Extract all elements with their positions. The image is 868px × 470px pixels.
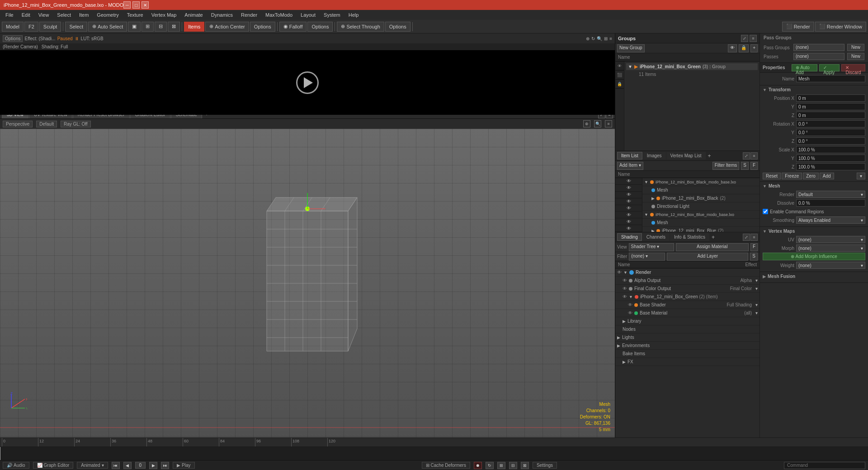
render-btn[interactable]: ⬛ Render [782,22,814,32]
position-y-input[interactable] [796,103,865,110]
menu-maxtomodo[interactable]: MaxToModo [262,11,296,19]
shader-eye-3[interactable]: 👁 [623,294,627,299]
tab-channels[interactable]: Channels [642,233,670,241]
list-item[interactable]: 👁 ▼ Render [615,268,760,277]
tab-vertex-map-list[interactable]: Vertex Map List [666,152,706,160]
minimize-button[interactable]: ─ [123,1,131,9]
perspective-label[interactable]: Perspective [3,121,33,127]
shader-eye-0[interactable]: 👁 [617,270,622,275]
shader-s-btn[interactable]: S [750,253,758,261]
transport-first-icon[interactable]: ⏮ [112,462,120,469]
groups-expand-icon[interactable]: ⤢ [741,35,748,42]
misc-icon-1[interactable]: ⊟ [509,462,517,469]
close-button[interactable]: ✕ [142,1,149,9]
item-eye-6[interactable]: 👁 [627,212,631,217]
audio-button[interactable]: 🔊 Audio [3,462,29,469]
shader-eye-5[interactable]: 👁 [628,310,632,315]
uv-dropdown[interactable]: (none) ▾ [796,236,865,243]
item-eye-4[interactable]: 👁 [627,199,631,204]
record-icon[interactable]: ⏺ [474,462,482,469]
new-group-button[interactable]: New Group [617,44,645,52]
item-eye-1[interactable]: 👁 [627,179,631,183]
vp-settings2-icon[interactable]: ≡ [605,120,612,127]
expand-icon-6[interactable]: ▶ [651,229,655,232]
options3-btn[interactable]: Options [385,22,410,32]
group-header-row[interactable]: ▼ ▶ iPhone_12_mini_Box_Green (3) : Group [626,63,758,70]
vp-orbit-icon[interactable]: ⊕ [583,120,590,127]
item-eye-2[interactable]: 👁 [627,185,631,190]
scale-y-input[interactable] [796,155,865,162]
shader-expand-0[interactable]: ▼ [623,270,627,275]
viewport-3d[interactable]: Perspective Default Ray GL: Off ⊕ 🔍 ≡ [0,119,615,437]
item-eye-5[interactable]: 👁 [627,206,631,211]
item-list-settings-icon[interactable]: ≡ [750,152,758,160]
preview-options-btn[interactable]: Options [3,35,23,42]
falloff-btn[interactable]: ◉ Falloff [279,22,307,32]
graph-editor-button[interactable]: 📈 Graph Editor [33,462,74,469]
preview-icon5[interactable]: ≡ [609,36,612,41]
list-item[interactable]: ▶ iPhone_12_mini_Box_Blue (2) [642,227,760,232]
discard-button[interactable]: ✕ Discard [841,64,865,71]
tab-item-list[interactable]: Item List [617,152,642,160]
tool4-btn[interactable]: ⊠ [168,22,180,32]
mesh-collapse-icon[interactable]: ▼ [763,184,767,188]
rotation-y-input[interactable] [796,129,865,136]
menu-dynamics[interactable]: Dynamics [208,11,236,19]
assign-material-button[interactable]: Assign Material [676,243,749,251]
pass-groups-new-btn[interactable]: New [847,44,864,51]
list-item[interactable]: Mesh [642,186,760,194]
preview-icon3[interactable]: 🔍 [597,36,602,41]
settings-button[interactable]: Settings [533,462,557,469]
viewport-canvas[interactable]: X Y Z Mesh Channels: 0 Deformers: ON GL:… [0,129,615,437]
smoothing-dropdown[interactable]: Always Enabled ▾ [796,216,865,224]
item-list-expand-icon[interactable]: ⤢ [743,152,750,160]
item-eye-8[interactable]: 👁 [627,226,631,231]
position-x-input[interactable] [796,94,865,102]
shader-eye-4[interactable]: 👁 [628,302,632,307]
expand-icon-0[interactable]: ▼ [644,180,648,184]
tab-info-stats[interactable]: Info & Statistics [670,233,709,241]
transform-dropdown-icon[interactable]: ▾ [857,173,865,179]
options1-btn[interactable]: Options [250,22,275,32]
timeline-track[interactable] [0,447,868,460]
auto-add-button[interactable]: ⊕ Auto Add [792,64,817,71]
preview-icon4[interactable]: ⊞ [604,36,608,41]
cache-deformers-button[interactable]: ⊞ Cache Deformers [422,462,470,469]
select-btn[interactable]: Select [65,22,87,32]
preview-icon1[interactable]: ⊕ [586,36,590,41]
expand-icon-2[interactable]: ▶ [651,196,655,201]
render-window-btn[interactable]: ⬛ Render Window [815,22,866,32]
add-layer-button[interactable]: Add Layer [667,253,748,261]
item-list-s-btn[interactable]: S [741,162,749,170]
shader-dropdown-4[interactable]: ▾ [755,302,758,307]
list-item[interactable]: ▼ iPhone_12_mini_Box_Blue_modo_base.lxo [642,211,760,219]
list-item[interactable]: 👁 Final Color Output Final Color ▾ [615,285,760,293]
shader-f-btn[interactable]: F [750,243,758,251]
menu-vertex-map[interactable]: Vertex Map [148,11,180,19]
item-eye-7[interactable]: 👁 [627,219,631,224]
auto-select-btn[interactable]: ⊕ Auto Select [88,22,127,32]
menu-texture[interactable]: Texture [123,11,147,19]
scale-z-input[interactable] [796,163,865,170]
render-dropdown[interactable]: Default ▾ [796,191,865,198]
list-item[interactable]: Mesh [642,219,760,227]
transport-last-icon[interactable]: ⏭ [161,462,169,469]
menu-layout[interactable]: Layout [297,11,319,19]
list-item[interactable]: ▶ iPhone_12_mini_Box_Black (2) [642,194,760,202]
f2-btn[interactable]: F2 [24,22,38,32]
list-item[interactable]: 👁 Alpha Output Alpha ▾ [615,277,760,285]
model-btn[interactable]: Model [2,22,24,32]
passes-select[interactable]: (none) [793,53,844,60]
vp-zoom-icon[interactable]: 🔍 [594,120,601,127]
menu-view[interactable]: View [35,11,53,19]
preview-icon2[interactable]: ↻ [591,36,595,41]
weight-dropdown[interactable]: (none) ▾ [796,262,865,269]
shader-dropdown-5[interactable]: ▾ [755,310,758,315]
list-item[interactable]: Bake Items [615,350,760,358]
maximize-button[interactable]: □ [132,1,140,9]
menu-select[interactable]: Select [53,11,75,19]
vertex-maps-collapse-icon[interactable]: ▼ [763,229,767,234]
menu-edit[interactable]: Edit [18,11,34,19]
menu-system[interactable]: System [320,11,344,19]
add-morph-influence-button[interactable]: ⊕ Add Morph Influence [763,253,865,260]
